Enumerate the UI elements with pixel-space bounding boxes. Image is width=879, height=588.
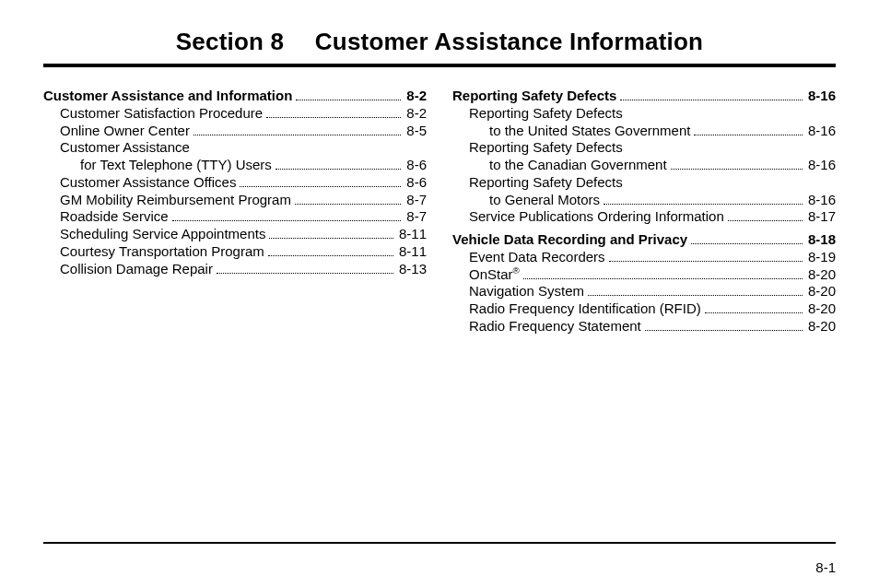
toc-label: Customer Assistance and Information xyxy=(43,88,292,105)
toc-row: to the United States Government8-16 xyxy=(452,123,836,140)
toc-label: Scheduling Service Appointments xyxy=(60,226,265,243)
toc-leader-dots xyxy=(523,278,803,279)
section-title: Section 8 Customer Assistance Informatio… xyxy=(43,28,836,56)
toc-row: Event Data Recorders8-19 xyxy=(452,249,836,266)
toc-page: 8-19 xyxy=(806,249,836,266)
toc-label: Courtesy Transportation Program xyxy=(60,243,264,261)
toc-row: Reporting Safety Defects8-16 xyxy=(452,88,836,105)
toc-leader-dots xyxy=(193,135,401,135)
toc-label: Radio Frequency Identification (RFID) xyxy=(469,300,701,318)
toc-label: Roadside Service xyxy=(60,208,169,226)
toc-row: to the Canadian Government8-16 xyxy=(452,157,836,174)
toc-leader-dots xyxy=(671,169,803,170)
toc-page: 8-5 xyxy=(404,123,427,140)
toc-row: Reporting Safety Defects xyxy=(452,174,836,192)
toc-row: Radio Frequency Identification (RFID)8-2… xyxy=(452,300,836,318)
toc-label: Reporting Safety Defects xyxy=(452,88,616,105)
toc-page: 8-16 xyxy=(806,157,836,174)
toc-row: Scheduling Service Appointments8-11 xyxy=(43,226,427,243)
toc-leader-dots xyxy=(240,186,401,187)
toc-leader-dots xyxy=(705,312,803,313)
toc-row: Customer Assistance Offices8-6 xyxy=(43,174,427,192)
toc-row: Radio Frequency Statement8-20 xyxy=(452,318,836,335)
toc-row: Reporting Safety Defects xyxy=(452,105,836,123)
toc-label: for Text Telephone (TTY) Users xyxy=(80,157,272,174)
toc-leader-dots xyxy=(217,273,393,274)
toc-column-right: Reporting Safety Defects8-16Reporting Sa… xyxy=(452,88,836,335)
toc-page: 8-11 xyxy=(397,226,427,243)
toc-label: Radio Frequency Statement xyxy=(469,318,641,335)
toc-leader-dots xyxy=(275,169,401,170)
toc-leader-dots xyxy=(694,135,803,135)
toc-page: 8-16 xyxy=(806,192,836,209)
toc-label: Customer Satisfaction Procedure xyxy=(60,105,263,123)
toc-label: to General Motors xyxy=(489,192,600,209)
toc-label: Customer Assistance xyxy=(60,139,190,157)
toc-label: to the United States Government xyxy=(489,123,690,140)
toc-page: 8-2 xyxy=(404,105,427,123)
toc-row: Online Owner Center8-5 xyxy=(43,123,427,140)
page-number: 8-1 xyxy=(815,559,836,575)
toc-page: 8-11 xyxy=(397,243,427,261)
toc-leader-dots xyxy=(172,220,402,221)
toc-page: 8-7 xyxy=(404,192,427,209)
footer-rule xyxy=(43,542,836,544)
toc-page: 8-16 xyxy=(806,123,836,140)
toc-page: 8-13 xyxy=(397,261,427,278)
toc-leader-dots xyxy=(728,220,803,221)
toc-row: GM Mobility Reimbursement Program8-7 xyxy=(43,192,427,209)
toc-label: Event Data Recorders xyxy=(469,249,605,266)
toc-page: 8-6 xyxy=(404,174,427,192)
toc-row: for Text Telephone (TTY) Users8-6 xyxy=(43,157,427,174)
toc-page: 8-20 xyxy=(806,318,836,335)
toc-row: Vehicle Data Recording and Privacy8-18 xyxy=(452,231,836,249)
toc-page: 8-17 xyxy=(806,208,836,226)
toc-page: 8-6 xyxy=(404,157,427,174)
toc-page: 8-7 xyxy=(404,208,427,226)
registered-mark: ® xyxy=(513,265,520,276)
toc-leader-dots xyxy=(588,295,803,296)
toc-row: Courtesy Transportation Program8-11 xyxy=(43,243,427,261)
toc-row: Collision Damage Repair8-13 xyxy=(43,261,427,278)
toc-leader-dots xyxy=(296,100,401,100)
toc-label: Navigation System xyxy=(469,283,584,300)
toc-label: Online Owner Center xyxy=(60,123,190,140)
toc-leader-dots xyxy=(609,261,803,262)
toc-page: 8-20 xyxy=(806,266,836,284)
toc-row: Customer Satisfaction Procedure8-2 xyxy=(43,105,427,123)
toc-leader-dots xyxy=(268,255,393,256)
toc-row: Customer Assistance and Information8-2 xyxy=(43,88,427,105)
toc-row: Reporting Safety Defects xyxy=(452,139,836,157)
toc-columns: Customer Assistance and Information8-2Cu… xyxy=(43,88,836,335)
toc-leader-dots xyxy=(604,204,803,205)
toc-label: Reporting Safety Defects xyxy=(469,174,623,192)
toc-leader-dots xyxy=(645,330,803,331)
toc-page: 8-20 xyxy=(806,300,836,318)
toc-leader-dots xyxy=(620,100,803,100)
toc-label: Reporting Safety Defects xyxy=(469,105,623,123)
toc-label: Service Publications Ordering Informatio… xyxy=(469,208,724,226)
toc-row: OnStar®8-20 xyxy=(452,266,836,284)
title-rule xyxy=(43,64,836,67)
toc-page: 8-20 xyxy=(806,283,836,300)
toc-row: Customer Assistance xyxy=(43,139,427,157)
toc-label: Reporting Safety Defects xyxy=(469,139,623,157)
toc-leader-dots xyxy=(691,243,803,244)
toc-page: 8-16 xyxy=(806,88,836,105)
toc-label: to the Canadian Government xyxy=(489,157,667,174)
toc-page: 8-18 xyxy=(806,231,836,249)
toc-leader-dots xyxy=(295,204,401,205)
toc-row: Service Publications Ordering Informatio… xyxy=(452,208,836,226)
toc-row: Roadside Service8-7 xyxy=(43,208,427,226)
toc-page: 8-2 xyxy=(404,88,427,105)
toc-label: GM Mobility Reimbursement Program xyxy=(60,192,291,209)
toc-row: to General Motors8-16 xyxy=(452,192,836,209)
toc-column-left: Customer Assistance and Information8-2Cu… xyxy=(43,88,427,335)
toc-label: OnStar® xyxy=(469,266,520,284)
toc-label: Vehicle Data Recording and Privacy xyxy=(452,231,687,249)
toc-leader-dots xyxy=(266,117,401,118)
toc-row: Navigation System8-20 xyxy=(452,283,836,300)
toc-label: Customer Assistance Offices xyxy=(60,174,236,192)
toc-leader-dots xyxy=(269,238,393,239)
toc-label: Collision Damage Repair xyxy=(60,261,213,278)
